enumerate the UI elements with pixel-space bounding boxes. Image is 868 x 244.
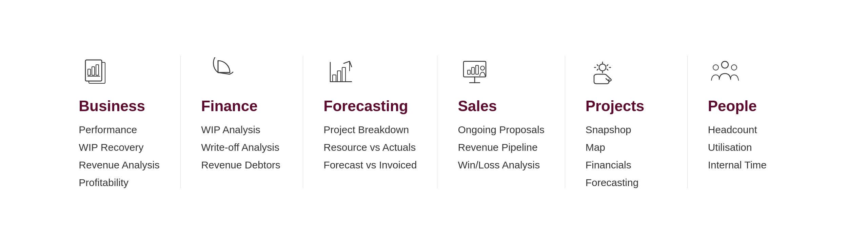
business-title[interactable]: Business — [79, 98, 145, 115]
sales-icon — [458, 56, 492, 89]
business-item-profitability[interactable]: Profitability — [79, 177, 159, 188]
projects-items: SnapshopMapFinancialsForecasting — [586, 124, 639, 188]
forecasting-item-resource-vs-actuals[interactable]: Resource vs Actuals — [323, 142, 417, 153]
category-finance: FinanceWIP AnalysisWrite-off AnalysisRev… — [181, 56, 303, 171]
business-item-wip-recovery[interactable]: WIP Recovery — [79, 142, 159, 153]
people-item-headcount[interactable]: Headcount — [708, 124, 767, 136]
category-forecasting: ForecastingProject BreakdownResource vs … — [303, 56, 437, 171]
business-icon — [79, 56, 113, 89]
finance-icon — [201, 56, 235, 89]
finance-item-revenue-debtors[interactable]: Revenue Debtors — [201, 159, 280, 171]
finance-title[interactable]: Finance — [201, 98, 257, 115]
business-item-performance[interactable]: Performance — [79, 124, 159, 136]
business-items: PerformanceWIP RecoveryRevenue AnalysisP… — [79, 124, 159, 188]
category-business: BusinessPerformanceWIP RecoveryRevenue A… — [58, 56, 180, 188]
sales-item-revenue-pipeline[interactable]: Revenue Pipeline — [458, 142, 544, 153]
projects-item-map[interactable]: Map — [586, 142, 639, 153]
people-items: HeadcountUtilisationInternal Time — [708, 124, 767, 171]
people-item-internal-time[interactable]: Internal Time — [708, 159, 767, 171]
projects-item-forecasting[interactable]: Forecasting — [586, 177, 639, 188]
forecasting-item-project-breakdown[interactable]: Project Breakdown — [323, 124, 417, 136]
sales-item-win-loss-analysis[interactable]: Win/Loss Analysis — [458, 159, 544, 171]
people-title[interactable]: People — [708, 98, 757, 115]
finance-item-write-off-analysis[interactable]: Write-off Analysis — [201, 142, 280, 153]
forecasting-title[interactable]: Forecasting — [323, 98, 408, 115]
forecasting-item-forecast-vs-invoiced[interactable]: Forecast vs Invoiced — [323, 159, 417, 171]
people-icon — [708, 56, 742, 89]
category-projects: ProjectsSnapshopMapFinancialsForecasting — [565, 56, 687, 188]
finance-item-wip-analysis[interactable]: WIP Analysis — [201, 124, 280, 136]
sales-item-ongoing-proposals[interactable]: Ongoing Proposals — [458, 124, 544, 136]
forecasting-icon — [323, 56, 357, 89]
category-sales: SalesOngoing ProposalsRevenue PipelineWi… — [437, 56, 565, 171]
business-item-revenue-analysis[interactable]: Revenue Analysis — [79, 159, 159, 171]
projects-item-snapshop[interactable]: Snapshop — [586, 124, 639, 136]
main-menu: BusinessPerformanceWIP RecoveryRevenue A… — [0, 42, 868, 202]
finance-items: WIP AnalysisWrite-off AnalysisRevenue De… — [201, 124, 280, 171]
projects-item-financials[interactable]: Financials — [586, 159, 639, 171]
projects-title[interactable]: Projects — [586, 98, 645, 115]
sales-items: Ongoing ProposalsRevenue PipelineWin/Los… — [458, 124, 544, 171]
sales-title[interactable]: Sales — [458, 98, 497, 115]
forecasting-items: Project BreakdownResource vs ActualsFore… — [323, 124, 417, 171]
category-people: PeopleHeadcountUtilisationInternal Time — [688, 56, 810, 171]
projects-icon — [586, 56, 619, 89]
people-item-utilisation[interactable]: Utilisation — [708, 142, 767, 153]
